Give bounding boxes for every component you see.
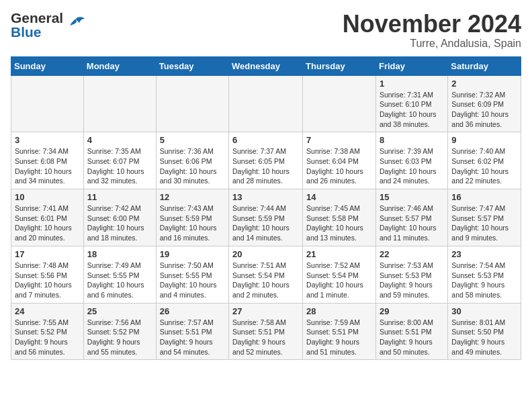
day-number: 8 <box>380 135 444 145</box>
day-detail: Sunrise: 7:48 AM Sunset: 5:56 PM Dayligh… <box>15 261 72 299</box>
day-number: 13 <box>232 192 299 202</box>
day-number: 29 <box>380 306 444 316</box>
calendar-cell: 8Sunrise: 7:39 AM Sunset: 6:03 PM Daylig… <box>375 132 447 189</box>
calendar-week-row: 3Sunrise: 7:34 AM Sunset: 6:08 PM Daylig… <box>11 132 521 189</box>
day-number: 12 <box>160 192 225 202</box>
day-number: 9 <box>451 135 517 145</box>
day-number: 2 <box>451 79 517 89</box>
day-detail: Sunrise: 7:42 AM Sunset: 6:00 PM Dayligh… <box>87 204 144 242</box>
calendar-week-row: 24Sunrise: 7:55 AM Sunset: 5:52 PM Dayli… <box>11 303 521 360</box>
month-title: November 2024 <box>343 11 521 38</box>
logo: General Blue <box>11 11 86 39</box>
header: General Blue November 2024 Turre, Andalu… <box>11 11 521 50</box>
day-detail: Sunrise: 7:35 AM Sunset: 6:07 PM Dayligh… <box>87 147 144 185</box>
calendar-cell: 27Sunrise: 7:58 AM Sunset: 5:51 PM Dayli… <box>229 303 303 360</box>
day-number: 16 <box>451 192 517 202</box>
calendar-cell <box>11 75 84 132</box>
calendar-cell: 11Sunrise: 7:42 AM Sunset: 6:00 PM Dayli… <box>83 189 156 246</box>
day-detail: Sunrise: 7:57 AM Sunset: 5:51 PM Dayligh… <box>160 318 214 356</box>
logo-bird-icon <box>66 13 86 36</box>
day-number: 23 <box>451 249 517 259</box>
weekday-header-row: SundayMondayTuesdayWednesdayThursdayFrid… <box>11 56 521 75</box>
day-number: 6 <box>232 135 299 145</box>
day-detail: Sunrise: 7:47 AM Sunset: 5:57 PM Dayligh… <box>451 204 508 242</box>
day-detail: Sunrise: 8:00 AM Sunset: 5:51 PM Dayligh… <box>380 318 433 356</box>
day-detail: Sunrise: 7:50 AM Sunset: 5:55 PM Dayligh… <box>160 261 217 299</box>
day-number: 25 <box>87 306 152 316</box>
day-number: 11 <box>87 192 152 202</box>
day-number: 27 <box>232 306 299 316</box>
location-title: Turre, Andalusia, Spain <box>343 38 521 50</box>
calendar-cell <box>303 75 376 132</box>
day-detail: Sunrise: 7:41 AM Sunset: 6:01 PM Dayligh… <box>15 204 72 242</box>
day-number: 4 <box>87 135 152 145</box>
day-number: 17 <box>15 249 80 259</box>
calendar-cell: 18Sunrise: 7:49 AM Sunset: 5:55 PM Dayli… <box>83 246 156 303</box>
day-detail: Sunrise: 7:56 AM Sunset: 5:52 PM Dayligh… <box>87 318 141 356</box>
day-detail: Sunrise: 7:39 AM Sunset: 6:03 PM Dayligh… <box>380 147 437 185</box>
calendar-cell <box>156 75 228 132</box>
calendar-cell: 12Sunrise: 7:43 AM Sunset: 5:59 PM Dayli… <box>156 189 228 246</box>
calendar-cell <box>229 75 303 132</box>
calendar-cell <box>83 75 156 132</box>
day-detail: Sunrise: 7:32 AM Sunset: 6:09 PM Dayligh… <box>451 91 508 128</box>
day-detail: Sunrise: 7:54 AM Sunset: 5:53 PM Dayligh… <box>451 261 505 299</box>
calendar-cell: 2Sunrise: 7:32 AM Sunset: 6:09 PM Daylig… <box>448 75 521 132</box>
day-detail: Sunrise: 7:34 AM Sunset: 6:08 PM Dayligh… <box>15 147 72 185</box>
calendar-cell: 23Sunrise: 7:54 AM Sunset: 5:53 PM Dayli… <box>448 246 521 303</box>
title-area: November 2024 Turre, Andalusia, Spain <box>343 11 521 50</box>
calendar-cell: 7Sunrise: 7:38 AM Sunset: 6:04 PM Daylig… <box>303 132 376 189</box>
day-number: 10 <box>15 192 80 202</box>
day-number: 21 <box>306 249 372 259</box>
day-detail: Sunrise: 7:55 AM Sunset: 5:52 PM Dayligh… <box>15 318 69 356</box>
calendar-week-row: 17Sunrise: 7:48 AM Sunset: 5:56 PM Dayli… <box>11 246 521 303</box>
day-number: 24 <box>15 306 80 316</box>
day-number: 3 <box>15 135 80 145</box>
calendar-cell: 30Sunrise: 8:01 AM Sunset: 5:50 PM Dayli… <box>448 303 521 360</box>
calendar-week-row: 10Sunrise: 7:41 AM Sunset: 6:01 PM Dayli… <box>11 189 521 246</box>
calendar-cell: 29Sunrise: 8:00 AM Sunset: 5:51 PM Dayli… <box>375 303 447 360</box>
day-detail: Sunrise: 7:40 AM Sunset: 6:02 PM Dayligh… <box>451 147 508 185</box>
calendar-cell: 4Sunrise: 7:35 AM Sunset: 6:07 PM Daylig… <box>83 132 156 189</box>
logo-general: General <box>11 11 63 25</box>
day-number: 7 <box>306 135 372 145</box>
day-number: 26 <box>160 306 225 316</box>
day-detail: Sunrise: 7:59 AM Sunset: 5:51 PM Dayligh… <box>306 318 360 356</box>
day-detail: Sunrise: 7:43 AM Sunset: 5:59 PM Dayligh… <box>160 204 217 242</box>
day-detail: Sunrise: 7:36 AM Sunset: 6:06 PM Dayligh… <box>160 147 217 185</box>
weekday-header-friday: Friday <box>375 56 447 75</box>
weekday-header-sunday: Sunday <box>11 56 84 75</box>
day-number: 28 <box>306 306 372 316</box>
calendar-cell: 14Sunrise: 7:45 AM Sunset: 5:58 PM Dayli… <box>303 189 376 246</box>
day-detail: Sunrise: 7:45 AM Sunset: 5:58 PM Dayligh… <box>306 204 363 242</box>
day-detail: Sunrise: 7:51 AM Sunset: 5:54 PM Dayligh… <box>232 261 290 299</box>
calendar-cell: 24Sunrise: 7:55 AM Sunset: 5:52 PM Dayli… <box>11 303 84 360</box>
day-number: 1 <box>380 79 444 89</box>
day-detail: Sunrise: 7:53 AM Sunset: 5:53 PM Dayligh… <box>380 261 433 299</box>
calendar-cell: 22Sunrise: 7:53 AM Sunset: 5:53 PM Dayli… <box>375 246 447 303</box>
calendar-cell: 9Sunrise: 7:40 AM Sunset: 6:02 PM Daylig… <box>448 132 521 189</box>
day-number: 18 <box>87 249 152 259</box>
calendar-cell: 5Sunrise: 7:36 AM Sunset: 6:06 PM Daylig… <box>156 132 228 189</box>
calendar-cell: 19Sunrise: 7:50 AM Sunset: 5:55 PM Dayli… <box>156 246 228 303</box>
day-detail: Sunrise: 7:49 AM Sunset: 5:55 PM Dayligh… <box>87 261 144 299</box>
calendar-cell: 10Sunrise: 7:41 AM Sunset: 6:01 PM Dayli… <box>11 189 84 246</box>
calendar-cell: 21Sunrise: 7:52 AM Sunset: 5:54 PM Dayli… <box>303 246 376 303</box>
calendar-cell: 13Sunrise: 7:44 AM Sunset: 5:59 PM Dayli… <box>229 189 303 246</box>
calendar-cell: 26Sunrise: 7:57 AM Sunset: 5:51 PM Dayli… <box>156 303 228 360</box>
weekday-header-wednesday: Wednesday <box>229 56 303 75</box>
calendar-cell: 16Sunrise: 7:47 AM Sunset: 5:57 PM Dayli… <box>448 189 521 246</box>
logo-blue: Blue <box>11 25 63 39</box>
day-number: 22 <box>380 249 444 259</box>
calendar-cell: 20Sunrise: 7:51 AM Sunset: 5:54 PM Dayli… <box>229 246 303 303</box>
day-number: 20 <box>232 249 299 259</box>
calendar-cell: 15Sunrise: 7:46 AM Sunset: 5:57 PM Dayli… <box>375 189 447 246</box>
day-detail: Sunrise: 7:37 AM Sunset: 6:05 PM Dayligh… <box>232 147 290 185</box>
day-detail: Sunrise: 7:58 AM Sunset: 5:51 PM Dayligh… <box>232 318 286 356</box>
day-number: 5 <box>160 135 225 145</box>
day-detail: Sunrise: 7:31 AM Sunset: 6:10 PM Dayligh… <box>380 91 437 128</box>
weekday-header-tuesday: Tuesday <box>156 56 228 75</box>
day-detail: Sunrise: 7:46 AM Sunset: 5:57 PM Dayligh… <box>380 204 437 242</box>
day-detail: Sunrise: 7:38 AM Sunset: 6:04 PM Dayligh… <box>306 147 363 185</box>
weekday-header-saturday: Saturday <box>448 56 521 75</box>
